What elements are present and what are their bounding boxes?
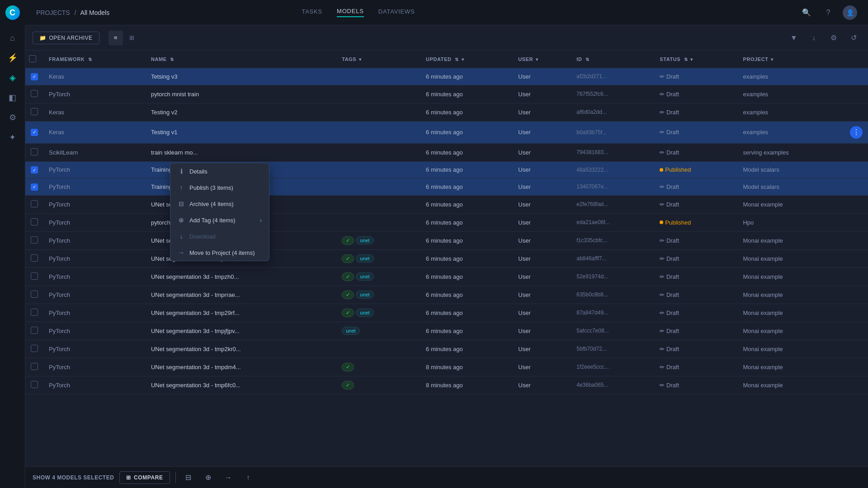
row-name[interactable]: Tetsing v3 xyxy=(146,68,336,85)
row-checkbox-cell[interactable] xyxy=(25,231,43,249)
sidebar-item-models[interactable]: ◈ xyxy=(4,69,22,87)
row-more-cell[interactable] xyxy=(844,68,868,85)
tag-badge[interactable]: unet xyxy=(356,272,373,281)
row-checkbox[interactable] xyxy=(31,90,38,97)
sidebar-item-settings[interactable]: ⚙ xyxy=(4,108,22,127)
row-more-cell[interactable] xyxy=(844,340,868,358)
tag-badge[interactable]: ✓ xyxy=(342,291,354,299)
bottom-action-move[interactable]: → xyxy=(221,470,236,485)
row-checkbox-cell[interactable] xyxy=(25,143,43,161)
table-row[interactable]: PyTorchUNet segmentation 3d - tmpzh0...✓… xyxy=(25,267,868,286)
table-row[interactable]: PyTorchUNet segmentation 3d - tmp2kr0...… xyxy=(25,340,868,358)
th-select-all[interactable] xyxy=(25,51,43,68)
row-more-cell[interactable] xyxy=(844,213,868,231)
row-more-cell[interactable] xyxy=(844,267,868,286)
view-list-button[interactable]: ≡ xyxy=(108,31,123,45)
row-checkbox[interactable] xyxy=(31,236,38,244)
row-checkbox-cell[interactable] xyxy=(25,249,43,267)
table-row[interactable]: PyTorchUNet segmentation 3d - tmprrae...… xyxy=(25,286,868,304)
row-more-cell[interactable] xyxy=(844,178,868,196)
row-name[interactable]: UNet segmentation 3d - tmpdm4... xyxy=(146,358,336,376)
row-checkbox-cell[interactable] xyxy=(25,376,43,394)
context-menu-add-tag[interactable]: ⊕ Add Tag (4 items) › xyxy=(170,212,269,228)
row-checkbox[interactable] xyxy=(31,327,38,334)
table-row[interactable]: KerasTetsing v36 minutes agoUseraf2b2d27… xyxy=(25,68,868,85)
table-row[interactable]: PyTorchUNet segmentation 3d - tmpjfjpv..… xyxy=(25,322,868,340)
tag-badge[interactable]: ✓ xyxy=(342,272,354,281)
row-checkbox[interactable] xyxy=(31,254,38,262)
row-checkbox[interactable] xyxy=(31,73,38,80)
download-icon[interactable]: ↓ xyxy=(807,31,821,45)
table-row[interactable]: PyTorchUNet segmentation 3d - tmp6fc0...… xyxy=(25,376,868,394)
row-more-cell[interactable] xyxy=(844,304,868,322)
table-row[interactable]: PyTorchUNet segmentation 3d - tmp29rf...… xyxy=(25,304,868,322)
row-more-cell[interactable] xyxy=(844,286,868,304)
row-checkbox-cell[interactable] xyxy=(25,161,43,178)
table-row[interactable]: PyTorchUNet segmentation 3d - tmprb9d...… xyxy=(25,231,868,249)
sidebar-item-home[interactable]: ⌂ xyxy=(4,29,22,47)
row-more-cell[interactable] xyxy=(844,358,868,376)
table-row[interactable]: PyTorchUNet segmentat...6 minutes agoUse… xyxy=(25,195,868,213)
row-more-cell[interactable] xyxy=(844,231,868,249)
th-updated[interactable]: UPDATED ⇅ ▾ xyxy=(420,51,513,68)
row-checkbox[interactable] xyxy=(31,218,38,225)
row-more-cell[interactable] xyxy=(844,322,868,340)
row-checkbox[interactable] xyxy=(31,363,38,370)
sidebar-item-tasks[interactable]: ⚡ xyxy=(4,49,22,67)
open-archive-button[interactable]: 📁 OPEN ARCHIVE xyxy=(33,32,99,44)
context-menu-archive[interactable]: ⊟ Archive (4 items) xyxy=(170,196,269,212)
row-checkbox-cell[interactable] xyxy=(25,340,43,358)
row-checkbox[interactable] xyxy=(31,309,38,316)
row-checkbox-cell[interactable] xyxy=(25,213,43,231)
row-name[interactable]: UNet segmentation 3d - tmp2kr0... xyxy=(146,340,336,358)
row-checkbox[interactable] xyxy=(31,183,38,191)
row-checkbox-cell[interactable] xyxy=(25,286,43,304)
tag-badge[interactable]: unet xyxy=(356,236,373,244)
table-row[interactable]: KerasTesting v16 minutes agoUserb0a93b75… xyxy=(25,121,868,143)
row-more-cell[interactable] xyxy=(844,249,868,267)
table-row[interactable]: PyTorchUNet segmentation 3d - tmp0tu...✓… xyxy=(25,249,868,267)
row-checkbox[interactable] xyxy=(31,272,38,280)
filter-icon[interactable]: ▼ xyxy=(787,31,801,45)
breadcrumb-parent[interactable]: PROJECTS xyxy=(36,9,70,16)
search-icon[interactable]: 🔍 xyxy=(799,5,814,20)
row-checkbox[interactable] xyxy=(31,200,38,207)
row-checkbox-cell[interactable] xyxy=(25,358,43,376)
help-icon[interactable]: ? xyxy=(821,5,835,20)
row-checkbox-cell[interactable] xyxy=(25,68,43,85)
bottom-action-tag[interactable]: ⊕ xyxy=(201,470,216,485)
row-checkbox[interactable] xyxy=(31,108,38,115)
table-row[interactable]: PyTorchpytorch mnist tr...6 minutes agoU… xyxy=(25,213,868,231)
tag-badge[interactable]: ✓ xyxy=(342,309,354,317)
compare-button[interactable]: ⊞ COMPARE xyxy=(119,471,170,484)
settings-icon[interactable]: ⚙ xyxy=(826,31,841,45)
nav-tasks[interactable]: TASKS xyxy=(302,8,322,17)
context-menu-publish[interactable]: ↑ Publish (3 items) xyxy=(170,179,269,196)
row-name[interactable]: Testing v1 xyxy=(146,121,336,143)
row-checkbox-cell[interactable] xyxy=(25,322,43,340)
row-checkbox[interactable] xyxy=(31,345,38,352)
table-row[interactable]: PyTorchpytorch mnist train6 minutes agoU… xyxy=(25,85,868,103)
row-checkbox[interactable] xyxy=(31,148,38,155)
table-row[interactable]: PyTorchTraining v36 minutes agoUser13407… xyxy=(25,178,868,196)
row-name[interactable]: UNet segmentation 3d - tmpjfjpv... xyxy=(146,322,336,340)
row-checkbox-cell[interactable] xyxy=(25,121,43,143)
row-name[interactable]: UNet segmentation 3d - tmpzh0... xyxy=(146,267,336,286)
tag-badge[interactable]: ✓ xyxy=(342,381,354,389)
tag-badge[interactable]: unet xyxy=(356,291,373,299)
row-checkbox[interactable] xyxy=(31,291,38,298)
tag-badge[interactable]: unet xyxy=(342,327,359,335)
row-checkbox-cell[interactable] xyxy=(25,304,43,322)
context-menu-details[interactable]: ℹ Details xyxy=(170,163,269,179)
row-more-cell[interactable] xyxy=(844,195,868,213)
row-more-cell[interactable] xyxy=(844,85,868,103)
tag-badge[interactable]: ✓ xyxy=(342,254,354,263)
row-checkbox[interactable] xyxy=(31,381,38,388)
row-more-cell[interactable]: ⋮ xyxy=(844,121,868,143)
row-checkbox-cell[interactable] xyxy=(25,103,43,121)
th-name[interactable]: NAME ⇅ xyxy=(146,51,336,68)
sidebar-item-tools[interactable]: ✦ xyxy=(4,128,22,146)
row-more-cell[interactable] xyxy=(844,143,868,161)
tag-badge[interactable]: unet xyxy=(356,309,373,317)
row-name[interactable]: UNet segmentation 3d - tmp29rf... xyxy=(146,304,336,322)
